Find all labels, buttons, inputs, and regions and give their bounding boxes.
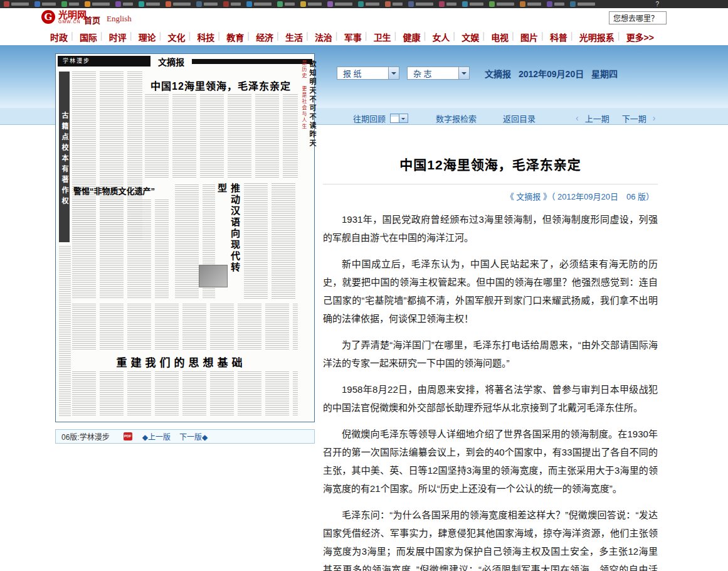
scan-text-block bbox=[72, 371, 298, 417]
scan-text-block bbox=[72, 304, 298, 350]
gmw-logo-icon: G bbox=[41, 10, 55, 24]
past-issues-link[interactable]: 往期回顾 bbox=[353, 112, 386, 124]
nav-channel[interactable]: 教育 bbox=[226, 31, 244, 43]
scan-right-slogan: 是历史 更是社会与人生 欲知明天不可不读昨天 bbox=[300, 60, 313, 413]
page-label: 06版:学林漫步 bbox=[61, 431, 110, 442]
bookmark-item[interactable] bbox=[34, 1, 56, 7]
digital-search-link[interactable]: 数字报检索 bbox=[436, 112, 477, 124]
gmw-logo[interactable]: G 光明网 GMW.CN bbox=[41, 10, 87, 24]
bookmark-label bbox=[335, 3, 352, 6]
bookmark-item[interactable] bbox=[358, 1, 379, 7]
bookmark-item[interactable] bbox=[462, 1, 483, 7]
bookmark-label bbox=[416, 3, 433, 6]
english-link[interactable]: English bbox=[107, 14, 132, 24]
bookmark-item[interactable] bbox=[489, 1, 514, 7]
scan-subheadline-left: 警惕“非物质文化遗产” bbox=[73, 184, 189, 196]
bookmark-label bbox=[42, 3, 56, 6]
home-link[interactable]: 首页 bbox=[84, 14, 100, 26]
bookmark-label bbox=[446, 3, 456, 6]
nav-channel[interactable]: 时政 bbox=[50, 31, 68, 43]
bookmark-favicon-icon bbox=[139, 1, 144, 7]
back-to-contents-link[interactable]: 返回目录 bbox=[503, 112, 535, 124]
bookmark-item[interactable] bbox=[277, 1, 295, 7]
nav-channel[interactable]: 电视 bbox=[491, 31, 509, 43]
bookmark-item[interactable] bbox=[139, 1, 160, 7]
logo-text: 光明网 bbox=[58, 11, 87, 19]
nav-channel[interactable]: 理论 bbox=[139, 31, 156, 43]
scan-left-vertical-title: 古籍点校本有著作权 bbox=[59, 72, 70, 242]
prev-issue-link[interactable]: 上一期 bbox=[585, 112, 609, 124]
scan-text-block bbox=[59, 246, 71, 417]
bookmark-label bbox=[231, 3, 241, 6]
bookmark-item[interactable] bbox=[61, 1, 79, 7]
page: ? bbox=[0, 0, 728, 571]
bookmark-favicon-icon bbox=[166, 1, 171, 7]
bookmark-label bbox=[69, 3, 79, 6]
newspaper-scan[interactable]: 学林漫步 文摘报 中国12海里领海，毛泽东亲定 古籍点校本有著作权 是历史 更是… bbox=[55, 53, 315, 422]
article-paragraph: 倪徵燠向毛泽东等领导人详细地介绍了世界各国采用的领海制度。在1930年召开的第一… bbox=[323, 425, 658, 498]
bookmark-item[interactable] bbox=[439, 1, 456, 7]
channel-nav: 时政 国际 时评 理论 文化 科技 教育 经济 生活 法治 军事 卫生 健康 女… bbox=[0, 28, 728, 45]
bookmark-item[interactable] bbox=[166, 1, 191, 7]
search-input[interactable] bbox=[609, 11, 667, 24]
site-header: G 光明网 GMW.CN 首页 English bbox=[0, 8, 728, 28]
bookmark-item[interactable] bbox=[327, 1, 352, 7]
date-picker-icon[interactable] bbox=[390, 114, 408, 123]
bookmark-favicon-icon bbox=[408, 1, 414, 7]
scan-subheadline-bottom: 重建我们的思想基础 bbox=[87, 354, 275, 370]
bookmark-item[interactable] bbox=[547, 1, 564, 7]
nav-channel[interactable]: 科技 bbox=[197, 31, 214, 43]
prev-page-link[interactable]: ◆上一版 bbox=[142, 431, 171, 442]
bookmark-item[interactable] bbox=[570, 1, 595, 7]
article-paragraph: 新中国成立后，毛泽东认为，中国人民站起来了，必须结束有海无防的历史，就要把中国的… bbox=[323, 255, 658, 328]
nav-channel[interactable]: 经济 bbox=[256, 31, 273, 43]
masthead-rule bbox=[192, 59, 312, 64]
bookmark-item[interactable] bbox=[4, 1, 29, 7]
bookmark-item[interactable] bbox=[115, 1, 133, 7]
nav-channel[interactable]: 女人 bbox=[432, 31, 450, 43]
nav-channel[interactable]: 文化 bbox=[168, 31, 186, 43]
bookmark-label bbox=[308, 3, 322, 6]
nav-channel[interactable]: 军事 bbox=[344, 31, 362, 43]
next-issue-link[interactable]: 下一期 bbox=[622, 112, 646, 124]
nav-channel[interactable]: 图片 bbox=[520, 31, 538, 43]
nav-channel[interactable]: 国际 bbox=[80, 31, 97, 43]
bookmark-favicon-icon bbox=[489, 1, 495, 7]
bookmark-favicon-icon bbox=[246, 1, 252, 7]
bookmark-item[interactable] bbox=[385, 1, 403, 7]
article-body: 1931年，国民党政府曾经颁布过3海里领海制，但领海制度形同虚设，列强的军舰自由… bbox=[323, 210, 658, 571]
nav-channel[interactable]: 时评 bbox=[109, 31, 127, 43]
bookmark-item[interactable] bbox=[246, 1, 272, 7]
prev-issue-arrow-icon: ‹ bbox=[576, 113, 579, 123]
bookmark-item[interactable] bbox=[408, 1, 433, 7]
bookmark-item[interactable] bbox=[196, 1, 218, 7]
bookmark-favicon-icon bbox=[385, 1, 391, 7]
next-issue-arrow-icon: › bbox=[653, 113, 656, 123]
pdf-icon[interactable]: PDF bbox=[124, 432, 132, 440]
magazine-select[interactable]: 杂 志 bbox=[407, 67, 470, 80]
bookmark-item[interactable] bbox=[223, 1, 241, 7]
nav-channel[interactable]: 科普 bbox=[550, 31, 567, 43]
newspaper-select-value: 报 纸 bbox=[343, 67, 362, 79]
article-source: 《 文摘报 》（ 2012年09月20日 06 版） bbox=[323, 190, 658, 202]
nav-channel[interactable]: 光明报系 bbox=[579, 31, 615, 43]
bookmark-favicon-icon bbox=[223, 1, 229, 7]
bookmark-item[interactable] bbox=[520, 1, 541, 7]
nav-channel[interactable]: 文娱 bbox=[462, 31, 479, 43]
reader-toolbar: 往期回顾 数字报检索 返回目录 ‹ 上一期 下一期 › bbox=[353, 111, 655, 125]
nav-channel[interactable]: 健康 bbox=[403, 31, 421, 43]
help-icon[interactable]: ? bbox=[655, 1, 659, 8]
bookmark-item[interactable] bbox=[85, 1, 110, 7]
nav-channel[interactable]: 卫生 bbox=[374, 31, 391, 43]
issue-pager: ‹ 上一期 下一期 › bbox=[576, 112, 655, 124]
bookmark-label bbox=[173, 3, 191, 6]
nav-channel[interactable]: 法治 bbox=[315, 31, 332, 43]
bookmark-item[interactable] bbox=[300, 1, 322, 7]
nav-channel[interactable]: 更多>> bbox=[626, 31, 654, 43]
next-page-link[interactable]: 下一版◆ bbox=[179, 431, 208, 442]
nav-channel[interactable]: 生活 bbox=[285, 31, 303, 43]
bookmark-favicon-icon bbox=[196, 1, 202, 7]
scan-text-block bbox=[244, 183, 298, 299]
bookmarks-bar: ? bbox=[0, 0, 728, 8]
newspaper-select[interactable]: 报 纸 bbox=[337, 67, 399, 80]
